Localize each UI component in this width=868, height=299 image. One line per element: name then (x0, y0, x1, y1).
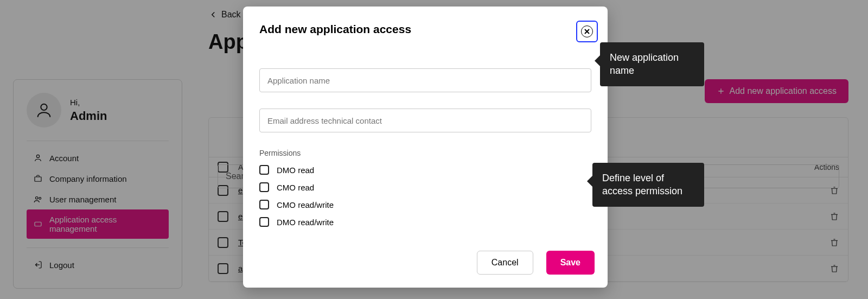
dialog-actions: Cancel Save (477, 251, 595, 275)
tooltip-app-name: New application name (600, 42, 704, 86)
add-application-dialog: Add new application access Permissions D… (243, 7, 608, 288)
permissions-heading: Permissions (259, 149, 591, 157)
close-button[interactable] (576, 21, 598, 42)
close-icon (581, 26, 593, 37)
technical-contact-email-input[interactable] (259, 109, 591, 132)
permission-option[interactable]: DMO read (259, 165, 591, 175)
save-button[interactable]: Save (546, 251, 595, 275)
tooltip-permissions: Define level of access permission (592, 163, 704, 207)
checkbox[interactable] (259, 165, 269, 175)
permission-option[interactable]: CMO read/write (259, 200, 591, 209)
permission-label: DMO read/write (277, 218, 334, 227)
permission-label: DMO read (277, 166, 314, 175)
permission-option[interactable]: DMO read/write (259, 217, 591, 227)
dialog-title: Add new application access (259, 23, 591, 36)
permission-label: CMO read (277, 183, 314, 192)
checkbox[interactable] (259, 217, 269, 227)
checkbox[interactable] (259, 200, 269, 209)
cancel-button[interactable]: Cancel (477, 251, 533, 275)
permissions-list: DMO read CMO read CMO read/write DMO rea… (259, 165, 591, 227)
permission-label: CMO read/write (277, 200, 334, 209)
permission-option[interactable]: CMO read (259, 182, 591, 192)
application-name-input[interactable] (259, 68, 591, 92)
checkbox[interactable] (259, 182, 269, 192)
